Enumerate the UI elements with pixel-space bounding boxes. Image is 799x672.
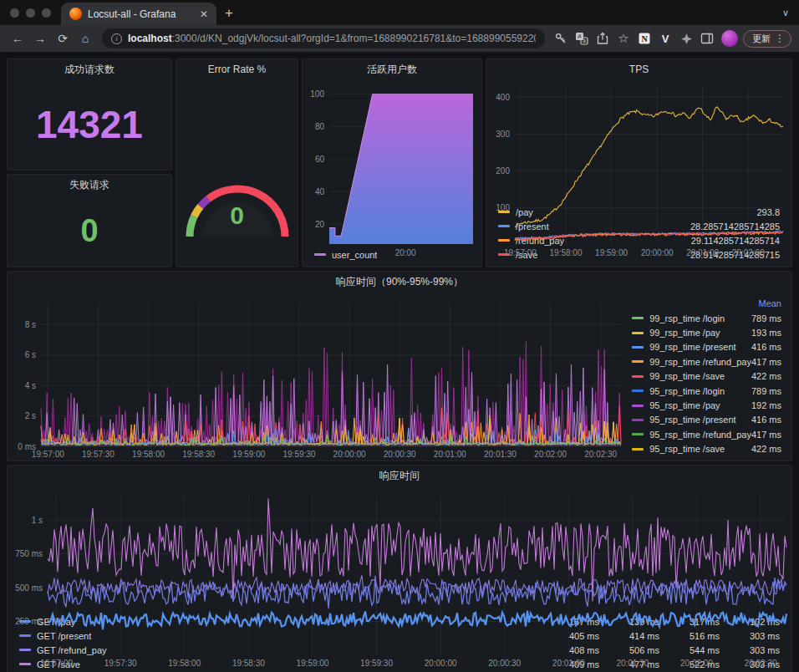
tab-close-icon[interactable]: ✕ xyxy=(198,8,210,20)
panel-title-success[interactable]: 成功请求数 xyxy=(8,59,171,79)
legend-label: 95_rsp_time /pay xyxy=(649,400,720,410)
site-info-icon[interactable]: i xyxy=(111,33,122,44)
legend-item[interactable]: 99_rsp_time /save422 ms xyxy=(622,369,783,384)
svg-text:20:02:30: 20:02:30 xyxy=(584,450,617,459)
panel-title-error-rate[interactable]: Error Rate % xyxy=(176,59,298,79)
svg-text:19:58:30: 19:58:30 xyxy=(182,450,215,459)
legend-label: 95_rsp_time /refund_pay xyxy=(649,430,751,440)
svg-text:300: 300 xyxy=(496,130,510,139)
svg-text:19:59:00: 19:59:00 xyxy=(595,248,628,257)
panel-title-tps[interactable]: TPS xyxy=(486,59,791,79)
legend-mean-value: 422 ms xyxy=(751,444,781,454)
legend-swatch xyxy=(632,317,644,319)
svg-text:20:01:00: 20:01:00 xyxy=(686,248,719,257)
new-tab-button[interactable]: + xyxy=(216,5,243,25)
svg-text:20:02:00: 20:02:00 xyxy=(534,450,567,459)
svg-text:400: 400 xyxy=(496,93,510,102)
legend-item[interactable]: 99_rsp_time /refund_pay417 ms xyxy=(622,354,783,369)
svg-text:19:59:00: 19:59:00 xyxy=(232,450,265,459)
rsp-percentiles-chart: 0 ms2 s4 s6 s8 s19:57:0019:57:3019:58:00… xyxy=(8,292,622,461)
legend-item[interactable]: 95_rsp_time /pay192 ms xyxy=(622,398,783,412)
url-path: :3000/d/KN_odgjVk/locsut-all?orgId=1&fro… xyxy=(172,33,536,44)
svg-text:20:00:00: 20:00:00 xyxy=(425,659,457,668)
translate-icon[interactable]: Aa xyxy=(573,29,591,48)
grafana-dashboard: 成功请求数 14321 失败请求 0 Error Rate % 0 活跃用户数 … xyxy=(0,52,799,672)
legend-mean-value: 193 ms xyxy=(751,328,781,338)
svg-text:100: 100 xyxy=(310,89,324,99)
svg-text:60: 60 xyxy=(315,155,325,164)
legend-item[interactable]: 95_rsp_time /present416 ms xyxy=(622,413,783,427)
legend-mean-value: 192 ms xyxy=(751,400,781,410)
url-host: localhost xyxy=(128,33,172,44)
password-key-icon[interactable] xyxy=(552,29,570,48)
svg-text:20:01:30: 20:01:30 xyxy=(616,659,649,668)
legend-label: 99_rsp_time /login xyxy=(649,313,725,323)
back-button[interactable]: ← xyxy=(8,28,28,48)
address-bar[interactable]: i localhost:3000/d/KN_odgjVk/locsut-all?… xyxy=(102,28,545,48)
legend-swatch xyxy=(632,419,644,421)
svg-text:19:58:00: 19:58:00 xyxy=(550,248,583,257)
svg-text:40: 40 xyxy=(315,187,325,196)
stat-failed-value: 0 xyxy=(8,195,171,267)
home-button[interactable]: ⌂ xyxy=(75,28,95,48)
update-button[interactable]: 更新 ⋮ xyxy=(743,30,791,48)
svg-text:20:02:30: 20:02:30 xyxy=(745,659,777,668)
extension-notion-icon[interactable]: N xyxy=(635,29,654,48)
panel-response-time-percentiles: 响应时间（90%-95%-99%） 0 ms2 s4 s6 s8 s19:57:… xyxy=(7,271,792,461)
panel-error-rate: Error Rate % 0 xyxy=(176,59,298,267)
panel-title-failed[interactable]: 失败请求 xyxy=(8,175,171,195)
legend-item[interactable]: 99_rsp_time /pay193 ms xyxy=(622,325,783,339)
active-users-chart: 2040608010020:00 xyxy=(303,79,481,245)
window-controls[interactable] xyxy=(0,8,61,25)
bookmark-star-icon[interactable]: ☆ xyxy=(614,29,633,48)
panel-response-time: 响应时间 250 ms500 ms750 ms1 s19:57:0019:57:… xyxy=(7,465,792,672)
svg-text:19:57:00: 19:57:00 xyxy=(40,659,73,668)
panel-title-active-users[interactable]: 活跃用户数 xyxy=(303,59,481,79)
panel-success-requests: 成功请求数 14321 xyxy=(7,59,172,171)
legend-mean-value: 416 ms xyxy=(751,415,781,425)
svg-text:500 ms: 500 ms xyxy=(15,583,43,593)
svg-text:20:01:30: 20:01:30 xyxy=(484,450,517,459)
panel-failed-requests: 失败请求 0 xyxy=(7,174,172,267)
tab-search-chevron-icon[interactable]: ∨ xyxy=(782,8,789,18)
svg-text:19:58:30: 19:58:30 xyxy=(232,659,265,668)
url-text[interactable]: localhost:3000/d/KN_odgjVk/locsut-all?or… xyxy=(128,33,536,44)
sidebar-toggle-icon[interactable] xyxy=(698,29,716,48)
zoom-window-button[interactable] xyxy=(42,8,51,18)
profile-avatar[interactable] xyxy=(721,30,738,47)
svg-text:80: 80 xyxy=(315,122,325,131)
forward-button[interactable]: → xyxy=(30,28,50,48)
legend-mean-value: 417 ms xyxy=(751,430,781,440)
legend-swatch xyxy=(632,389,644,392)
svg-text:20:00:00: 20:00:00 xyxy=(333,450,366,459)
legend-mean-value: 789 ms xyxy=(751,386,781,396)
browser-tab[interactable]: Locsut-all - Grafana ✕ xyxy=(61,3,216,25)
legend-item[interactable]: 99_rsp_time /present416 ms xyxy=(622,340,783,354)
panel-title-rsp[interactable]: 响应时间 xyxy=(8,466,791,486)
legend-label: 95_rsp_time /login xyxy=(649,386,725,396)
minimize-window-button[interactable] xyxy=(26,8,35,18)
panel-active-users: 活跃用户数 2040608010020:00 user_count xyxy=(302,59,482,267)
legend-item[interactable]: 99_rsp_time /login789 ms xyxy=(622,311,783,325)
legend-header-mean[interactable]: Mean xyxy=(622,297,783,311)
legend-swatch xyxy=(632,433,644,435)
legend-label: 95_rsp_time /save xyxy=(649,444,725,454)
svg-text:20: 20 xyxy=(315,220,325,229)
reload-button[interactable]: ⟳ xyxy=(53,28,73,48)
share-icon[interactable] xyxy=(593,29,612,48)
extension-v-icon[interactable]: V xyxy=(656,29,674,48)
panel-title-rsp-percentiles[interactable]: 响应时间（90%-95%-99%） xyxy=(8,272,791,292)
extension-pin-icon[interactable] xyxy=(677,29,695,48)
close-window-button[interactable] xyxy=(10,8,19,18)
legend-item[interactable]: 95_rsp_time /refund_pay417 ms xyxy=(622,427,783,441)
browser-menu-kebab-icon[interactable]: ⋮ xyxy=(775,33,785,44)
legend-swatch xyxy=(632,360,644,363)
svg-text:19:59:30: 19:59:30 xyxy=(360,659,393,668)
svg-text:20:01:00: 20:01:00 xyxy=(434,450,466,459)
legend-item[interactable]: 95_rsp_time /save422 ms xyxy=(622,442,783,456)
legend-item[interactable]: 95_rsp_time /login789 ms xyxy=(622,384,783,398)
legend-swatch xyxy=(632,375,644,378)
legend-mean-value: 416 ms xyxy=(751,342,781,352)
rsp-percentiles-legend: Mean99_rsp_time /login789 ms99_rsp_time … xyxy=(622,292,791,461)
svg-text:20:00: 20:00 xyxy=(395,248,416,257)
